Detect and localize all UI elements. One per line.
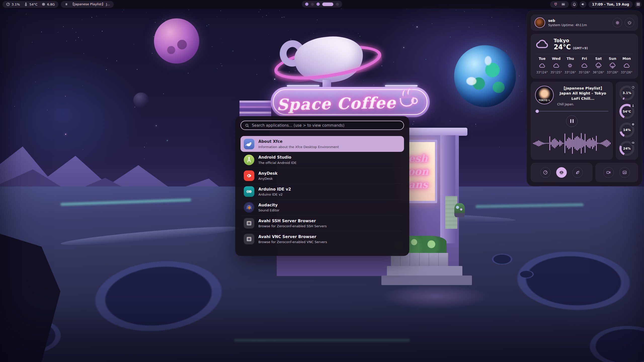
power-button[interactable] [625,18,634,27]
network-port-icon [244,218,254,229]
launcher-item-audacity[interactable]: Audacity Sound Editor [240,199,404,215]
launcher-item-android-studio[interactable]: Android Studio The official Android IDE [240,152,404,168]
arduino-icon [244,186,254,197]
launcher-item-about-xfce[interactable]: About Xfce Information about the Xfce De… [240,136,404,152]
leaf-icon [575,170,580,175]
album-art-label: TOKYO L [536,99,553,102]
shop-light-pool [362,280,508,313]
scales-icon [559,170,564,175]
balanced-mode-button[interactable] [556,167,567,178]
forecast-day-label: Fri [578,57,591,61]
window-neon-line: esh [408,153,428,164]
settings-button[interactable] [613,18,622,27]
purple-planet [154,18,199,64]
pause-bar [573,119,574,123]
chip-icon [42,2,46,6]
now-playing-text: 【Japanese Playlist】 J... [71,2,110,7]
sidebar-bottom-row [531,163,638,182]
cloud-icon [536,39,550,50]
audio-waveform [535,131,609,156]
forecast-temps: 35°/25° [550,71,563,74]
app-desc: Arduino IDE v2 [258,193,291,196]
desktop: esh oon ans Space Coffee 3.1% [0,0,644,362]
seek-knob[interactable] [536,110,539,113]
weather-current: Tokyo 24°C (GMT+9) [554,38,588,51]
weather-city: Tokyo [554,38,588,43]
track-title: 【Japanese Playlist】 Japan All Night - To… [557,86,609,101]
app-title: About Xfce [258,139,339,144]
speaker-icon [581,2,585,6]
app-title: AnyDesk [258,171,277,176]
earth-planet [454,45,516,107]
notifications-button[interactable] [571,1,578,8]
weather-timezone: (GMT+9) [573,47,588,50]
workspace-dot[interactable] [336,3,339,6]
gauge-icon [543,170,548,175]
track-artist: Chill Japan. [557,103,609,106]
launcher-item-avahi-ssh[interactable]: Avahi SSH Server Browser Browse for Zero… [240,215,404,231]
app-text: Avahi VNC Server Browser Browse for Zero… [258,234,327,244]
workspace-dot[interactable] [316,3,320,6]
forecast-day: Sat 36°/26° [592,57,605,74]
app-title: Audacity [258,203,279,208]
launcher-item-avahi-vnc[interactable]: Avahi VNC Server Browser Browse for Zero… [240,231,404,247]
gauge-icon [6,2,10,6]
app-desc: The official Android IDE [258,161,297,165]
system-uptime: System Uptime: 4h11m [548,23,587,27]
window-neon-line: ans [408,179,428,190]
system-stats-pill[interactable]: 3.1% 54°C 6.8G [3,1,58,8]
workspace-active[interactable] [322,3,333,6]
forecast-day-label: Sat [592,57,605,61]
music-player-top: TOKYO L 【Japanese Playlist】 Japan All Ni… [535,86,609,106]
eco-mode-button[interactable] [572,167,583,178]
crater [488,251,517,267]
volume-button[interactable] [580,1,586,8]
clock-text: 17:09 - Tue, 19 Aug [592,2,629,6]
video-camera-icon [606,170,611,175]
app-text: Android Studio The official Android IDE [258,155,297,164]
window-neon-line: oon [408,166,428,177]
seek-bar[interactable] [535,110,609,113]
capture-group [595,163,638,182]
gauge-icon-badge [630,140,636,145]
launcher-item-arduino[interactable]: Arduino IDE v2 Arduino IDE v2 [240,184,404,199]
gauge-temp: 54°C [619,104,634,119]
search-input[interactable] [252,123,400,128]
xfce-mouse-icon [244,139,254,149]
forecast-temps: 35°/26° [578,71,591,74]
launcher-item-anydesk[interactable]: AnyDesk AnyDesk [240,168,404,184]
shop-flowerpot [454,203,465,217]
memory-stat: 6.8G [42,2,55,6]
avatar[interactable] [535,17,545,28]
forecast-temps: 33°/26° [606,71,619,74]
workspace-dot[interactable] [305,3,308,6]
workspace-dot[interactable] [311,3,314,6]
search-bar[interactable] [240,121,404,130]
cloud-icon [539,62,546,69]
app-desc: Sound Editor [258,208,279,212]
thermometer-icon [631,104,635,107]
app-grid-button[interactable] [635,1,641,8]
clock-pill[interactable]: 17:09 - Tue, 19 Aug [588,1,633,8]
cat-pet-icon[interactable] [554,2,558,6]
audacity-icon [244,202,254,213]
performance-mode-button[interactable] [540,167,551,178]
sign-text: Space Coffee [270,89,402,118]
cloud-icon [553,62,560,69]
weather-temp: 24°C [554,43,571,51]
now-playing-pill[interactable]: 【Japanese Playlist】 J... [61,1,114,8]
user-info: seb System Uptime: 4h11m [548,19,587,27]
screenshot-button[interactable] [619,167,630,178]
gauge-memory: 14% [619,122,634,138]
wallpaper-image-icon[interactable] [561,2,565,6]
screen-record-button[interactable] [603,167,614,178]
cloud-icon [581,62,588,69]
app-text: AnyDesk AnyDesk [258,171,277,180]
seek-track [535,111,609,112]
forecast-day-label: Sun [606,57,619,61]
app-desc: Information about the Xfce Desktop Envir… [258,145,339,149]
play-pause-button[interactable] [566,115,578,127]
album-art[interactable]: TOKYO L [535,86,554,104]
weather-header: Tokyo 24°C (GMT+9) [536,38,633,51]
app-text: Avahi SSH Server Browser Browse for Zero… [258,218,327,228]
